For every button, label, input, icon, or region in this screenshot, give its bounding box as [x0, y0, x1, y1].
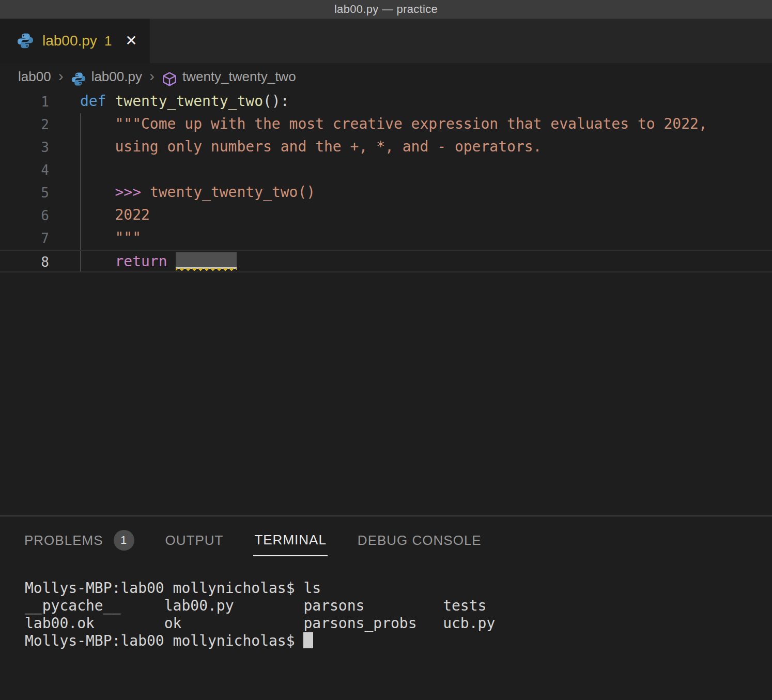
line-number: 4 — [0, 159, 49, 181]
terminal-output[interactable]: Mollys-MBP:lab00 mollynicholas$ ls__pyca… — [0, 564, 772, 650]
editor-tab-bar: lab00.py 1 ✕ — [0, 19, 772, 63]
terminal-line: lab00.ok ok parsons_probs ucb.py — [25, 615, 772, 632]
code-line-7[interactable]: 7 """ — [0, 227, 772, 250]
panel-tab-label: TERMINAL — [254, 532, 326, 548]
symbol-cube-icon — [162, 71, 177, 87]
terminal-cursor — [303, 632, 313, 648]
code-line-5[interactable]: 5 >>> twenty_twenty_two() — [0, 181, 772, 204]
breadcrumb-folder[interactable]: lab00 — [18, 69, 51, 85]
panel-tab-output[interactable]: OUTPUT — [164, 525, 225, 556]
tab-filename: lab00.py — [42, 33, 97, 49]
chevron-right-icon: › — [58, 67, 64, 85]
panel-tab-problems[interactable]: PROBLEMS1 — [23, 523, 135, 558]
window-title: lab00.py — practice — [334, 3, 438, 16]
code-line-8[interactable]: 8 return — [0, 250, 772, 272]
chevron-right-icon: › — [149, 67, 155, 85]
tab-problem-count: 1 — [104, 33, 112, 49]
panel-tab-debug-console[interactable]: DEBUG CONSOLE — [357, 525, 483, 556]
panel-tab-label: PROBLEMS — [24, 532, 103, 549]
breadcrumb-file[interactable]: lab00.py — [91, 69, 142, 85]
code-line-text: """Come up with the most creative expres… — [80, 113, 772, 136]
code-line-text: >>> twenty_twenty_two() — [80, 181, 772, 204]
code-line-4[interactable]: 4 — [0, 159, 772, 181]
code-line-2[interactable]: 2 """Come up with the most creative expr… — [0, 113, 772, 136]
code-lines: 1def twenty_twenty_two():2 """Come up wi… — [0, 90, 772, 272]
code-line-text: return — [80, 251, 772, 271]
line-number: 7 — [0, 227, 49, 250]
code-line-3[interactable]: 3 using only numbers and the +, *, and -… — [0, 136, 772, 159]
code-editor[interactable]: 1def twenty_twenty_two():2 """Come up wi… — [0, 90, 772, 515]
close-icon[interactable]: ✕ — [125, 34, 137, 48]
selected-blank-warning[interactable] — [176, 252, 237, 269]
terminal-line: Mollys-MBP:lab00 mollynicholas$ ls — [25, 580, 772, 597]
line-number: 6 — [0, 204, 49, 227]
breadcrumb-symbol[interactable]: twenty_twenty_two — [182, 69, 296, 85]
code-line-text — [80, 159, 772, 181]
line-number: 1 — [0, 90, 49, 113]
panel-tab-bar: PROBLEMS1OUTPUTTERMINALDEBUG CONSOLE — [0, 516, 772, 564]
problems-count-badge: 1 — [114, 530, 134, 551]
title-bar: lab00.py — practice — [0, 0, 772, 19]
code-line-text: using only numbers and the +, *, and - o… — [80, 136, 772, 159]
code-line-text: """ — [80, 227, 772, 250]
python-icon — [17, 32, 34, 50]
line-number: 3 — [0, 136, 49, 159]
breadcrumb: lab00 › lab00.py › twenty_twenty_two — [0, 63, 772, 90]
panel-tab-label: DEBUG CONSOLE — [358, 532, 482, 549]
bottom-panel: PROBLEMS1OUTPUTTERMINALDEBUG CONSOLE Mol… — [0, 515, 772, 700]
code-line-text: 2022 — [80, 204, 772, 227]
python-icon — [71, 71, 86, 87]
terminal-line: Mollys-MBP:lab00 mollynicholas$ — [25, 632, 772, 650]
line-number: 5 — [0, 181, 49, 204]
tab-lab00-py[interactable]: lab00.py 1 ✕ — [0, 19, 150, 63]
code-line-1[interactable]: 1def twenty_twenty_two(): — [0, 90, 772, 113]
code-line-6[interactable]: 6 2022 — [0, 204, 772, 227]
code-line-text: def twenty_twenty_two(): — [80, 90, 772, 113]
line-number: 8 — [0, 251, 49, 271]
panel-tab-terminal[interactable]: TERMINAL — [253, 525, 327, 556]
line-number: 2 — [0, 113, 49, 136]
panel-tab-label: OUTPUT — [165, 532, 224, 549]
terminal-line: __pycache__ lab00.py parsons tests — [25, 597, 772, 615]
